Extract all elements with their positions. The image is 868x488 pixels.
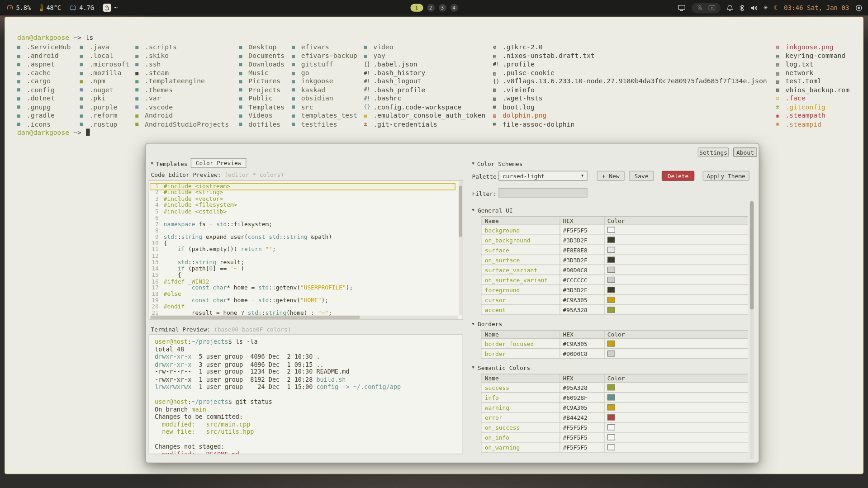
color-swatch[interactable] bbox=[607, 267, 615, 273]
color-swatch[interactable] bbox=[607, 351, 615, 356]
file-name: .android bbox=[27, 52, 59, 59]
color-row[interactable]: background#F5F5F5 bbox=[481, 225, 748, 235]
color-row[interactable]: on_background#3D3D2F bbox=[481, 235, 748, 245]
goose-module[interactable]: ~ bbox=[102, 3, 118, 12]
memory-module[interactable]: 4.7G bbox=[69, 4, 94, 11]
bluetooth-icon[interactable] bbox=[739, 4, 744, 11]
color-swatch[interactable] bbox=[607, 394, 615, 400]
file-icon: ▤ bbox=[493, 87, 503, 93]
color-row[interactable]: error#B44242 bbox=[481, 412, 748, 422]
file-name: src bbox=[301, 103, 313, 111]
cpu-module[interactable]: 5.8% bbox=[7, 4, 31, 11]
temperature-module[interactable]: 48°C bbox=[39, 4, 61, 11]
file-name: templates_test bbox=[301, 112, 357, 119]
color-swatch[interactable] bbox=[607, 227, 615, 233]
column-header: HEX bbox=[560, 331, 604, 338]
file-name: .vscode bbox=[145, 103, 173, 111]
workspace-1[interactable]: 1 bbox=[410, 4, 423, 12]
file-entry: ■.vscode bbox=[135, 103, 229, 111]
file-name: Public bbox=[248, 95, 272, 102]
display-icon[interactable] bbox=[678, 5, 685, 11]
color-row[interactable]: on_info#F5F5F5 bbox=[481, 432, 748, 442]
settings-button[interactable]: Settings bbox=[698, 147, 729, 157]
color-swatch[interactable] bbox=[607, 247, 615, 253]
color-row[interactable]: surface#E8E8E8 bbox=[481, 245, 748, 255]
file-entry: ■.android bbox=[17, 51, 71, 60]
about-button[interactable]: About bbox=[733, 147, 757, 157]
color-swatch[interactable] bbox=[607, 414, 615, 420]
file-name: kaskad bbox=[301, 86, 325, 94]
top-bar: 5.8% 48°C 4.7G ~ 1234 bbox=[0, 0, 868, 15]
color-row[interactable]: accent#95A328 bbox=[481, 304, 748, 315]
workspace-3[interactable]: 3 bbox=[438, 4, 446, 12]
column-header: Color bbox=[605, 374, 748, 382]
templates-toggle[interactable]: ▼ Templates bbox=[151, 160, 188, 167]
color-swatch[interactable] bbox=[607, 444, 615, 450]
file-entry: ▤.pulse-cookie bbox=[493, 68, 767, 77]
file-entry: ▤boot.log bbox=[493, 103, 767, 111]
color-schemes-toggle[interactable]: ▼ Color Schemes bbox=[472, 160, 523, 167]
apply-theme-button[interactable]: Apply Theme bbox=[703, 171, 749, 181]
workspace-2[interactable]: 2 bbox=[427, 4, 435, 12]
file-entry: #!.bash_logout bbox=[364, 77, 485, 85]
gear-icon: ⚙ bbox=[493, 44, 503, 50]
color-swatch[interactable] bbox=[607, 297, 615, 303]
workspace-4[interactable]: 4 bbox=[450, 4, 458, 12]
color-swatch[interactable] bbox=[607, 257, 615, 263]
save-button[interactable]: Save bbox=[629, 171, 654, 181]
tray-icon[interactable] bbox=[855, 4, 863, 11]
section-toggle[interactable]: ▼General UI bbox=[472, 204, 748, 216]
palette-dropdown[interactable]: cursed-light ▼ bbox=[498, 171, 587, 181]
color-row[interactable]: foreground#3D3D2F bbox=[481, 284, 748, 295]
folder-icon: ■ bbox=[292, 104, 301, 110]
folder-icon: ■ bbox=[292, 52, 301, 58]
cast-icon[interactable] bbox=[708, 5, 716, 10]
clock[interactable]: 03:46 Sat, Jan 03 bbox=[784, 4, 849, 12]
color-swatch[interactable] bbox=[607, 341, 615, 346]
bell-icon[interactable] bbox=[726, 4, 733, 11]
volume-icon[interactable] bbox=[750, 5, 758, 10]
color-swatch[interactable] bbox=[607, 384, 615, 390]
night-light-icon[interactable]: ☾ bbox=[774, 5, 778, 11]
column-header: HEX bbox=[560, 217, 604, 224]
color-swatch[interactable] bbox=[607, 307, 615, 313]
file-name: .gitconfig bbox=[785, 103, 825, 111]
color-row[interactable]: warning#C9A305 bbox=[481, 402, 748, 412]
color-row[interactable]: on_surface#3D3D2F bbox=[481, 255, 748, 265]
color-swatch[interactable] bbox=[607, 404, 615, 410]
file-entry: ▤.emulator_console_auth_token bbox=[364, 111, 485, 120]
right-scrollbar[interactable] bbox=[750, 201, 754, 459]
color-row[interactable]: info#60928F bbox=[481, 392, 748, 403]
file-name: .face bbox=[785, 95, 805, 102]
file-name: Downloads bbox=[248, 60, 285, 68]
brightness-icon[interactable]: ☀ bbox=[764, 5, 768, 11]
file-name: .scripts bbox=[145, 43, 177, 51]
new-palette-button[interactable]: + New bbox=[597, 171, 624, 181]
steam-icon: ◉ bbox=[776, 113, 785, 118]
color-row[interactable]: cursor#C9A305 bbox=[481, 294, 748, 305]
color-row[interactable]: surface_variant#D0D0C8 bbox=[481, 265, 748, 275]
section-toggle[interactable]: ▼Borders bbox=[472, 318, 748, 330]
color-row[interactable]: success#95A328 bbox=[481, 382, 748, 393]
color-swatch[interactable] bbox=[607, 237, 615, 243]
color-swatch[interactable] bbox=[607, 287, 615, 293]
tab-color-preview[interactable]: Color Preview bbox=[191, 158, 247, 168]
file-entry: #!.profile bbox=[493, 60, 767, 68]
file-entry: ■.reform bbox=[80, 111, 129, 120]
color-swatch[interactable] bbox=[607, 277, 615, 283]
delete-button[interactable]: Delete bbox=[662, 171, 694, 181]
color-row[interactable]: border#D0D0C8 bbox=[481, 348, 748, 359]
color-row[interactable]: on_surface_variant#CCCCCC bbox=[481, 275, 748, 285]
mic-off-icon[interactable] bbox=[697, 5, 703, 11]
section-toggle[interactable]: ▼Semantic Colors bbox=[472, 362, 748, 374]
color-row[interactable]: on_success#F5F5F5 bbox=[481, 422, 748, 432]
file-name: Projects bbox=[248, 86, 280, 94]
code-line: 14 if (path[0] == '~') bbox=[149, 265, 463, 272]
filter-input[interactable] bbox=[498, 188, 587, 198]
color-swatch[interactable] bbox=[607, 434, 615, 440]
color-row[interactable]: on_warning#F5F5F5 bbox=[481, 442, 748, 452]
code-editor-preview: 1#include <iostream>2#include <string>3#… bbox=[149, 180, 463, 320]
color-swatch[interactable] bbox=[607, 424, 615, 430]
color-row[interactable]: border_focused#C9A305 bbox=[481, 338, 748, 349]
file-entry: ▤.wget-hsts bbox=[493, 94, 767, 103]
